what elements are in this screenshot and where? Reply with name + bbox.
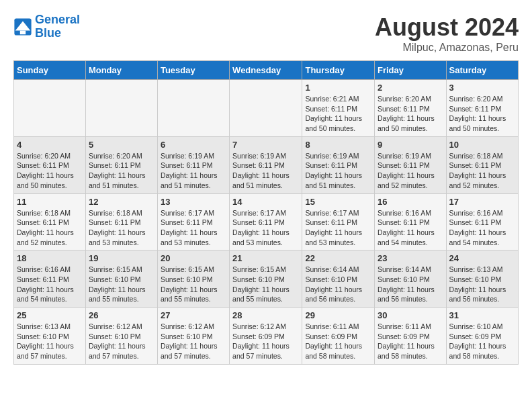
- day-info: Sunrise: 6:16 AM Sunset: 6:11 PM Dayligh…: [449, 208, 515, 248]
- day-number: 20: [161, 253, 226, 263]
- day-info: Sunrise: 6:12 AM Sunset: 6:10 PM Dayligh…: [161, 322, 226, 361]
- day-header-sunday: Sunday: [14, 61, 86, 80]
- calendar-cell: 24Sunrise: 6:13 AM Sunset: 6:10 PM Dayli…: [446, 250, 518, 308]
- day-number: 7: [232, 140, 299, 150]
- day-info: Sunrise: 6:14 AM Sunset: 6:10 PM Dayligh…: [378, 265, 443, 304]
- calendar-header-row: SundayMondayTuesdayWednesdayThursdayFrid…: [14, 61, 519, 80]
- calendar-cell: 1Sunrise: 6:21 AM Sunset: 6:11 PM Daylig…: [302, 80, 375, 137]
- calendar-cell: 18Sunrise: 6:16 AM Sunset: 6:11 PM Dayli…: [14, 250, 86, 308]
- calendar-cell: 7Sunrise: 6:19 AM Sunset: 6:11 PM Daylig…: [230, 136, 302, 193]
- day-number: 19: [89, 253, 154, 263]
- day-header-friday: Friday: [375, 61, 447, 80]
- calendar-cell: 5Sunrise: 6:20 AM Sunset: 6:11 PM Daylig…: [85, 136, 157, 193]
- day-number: 12: [89, 197, 154, 207]
- day-number: 15: [305, 197, 371, 207]
- calendar-cell: 23Sunrise: 6:14 AM Sunset: 6:10 PM Dayli…: [375, 250, 447, 308]
- calendar-cell: 10Sunrise: 6:18 AM Sunset: 6:11 PM Dayli…: [446, 136, 518, 193]
- week-row-2: 4Sunrise: 6:20 AM Sunset: 6:11 PM Daylig…: [14, 136, 519, 193]
- day-info: Sunrise: 6:11 AM Sunset: 6:09 PM Dayligh…: [378, 322, 443, 361]
- day-number: 26: [89, 310, 154, 320]
- day-info: Sunrise: 6:20 AM Sunset: 6:11 PM Dayligh…: [17, 151, 83, 191]
- day-number: 10: [449, 140, 515, 150]
- calendar-cell: 19Sunrise: 6:15 AM Sunset: 6:10 PM Dayli…: [85, 250, 157, 308]
- calendar-cell: 4Sunrise: 6:20 AM Sunset: 6:11 PM Daylig…: [14, 136, 86, 193]
- day-number: 28: [232, 310, 299, 320]
- day-info: Sunrise: 6:16 AM Sunset: 6:11 PM Dayligh…: [378, 208, 443, 248]
- calendar-cell: 20Sunrise: 6:15 AM Sunset: 6:10 PM Dayli…: [157, 250, 229, 308]
- day-number: 21: [232, 253, 299, 263]
- calendar-cell: [157, 80, 229, 137]
- day-info: Sunrise: 6:21 AM Sunset: 6:11 PM Dayligh…: [305, 94, 371, 134]
- calendar-cell: 28Sunrise: 6:12 AM Sunset: 6:09 PM Dayli…: [230, 308, 302, 365]
- calendar-table: SundayMondayTuesdayWednesdayThursdayFrid…: [13, 60, 519, 365]
- calendar-cell: 16Sunrise: 6:16 AM Sunset: 6:11 PM Dayli…: [375, 193, 447, 250]
- calendar-cell: 14Sunrise: 6:17 AM Sunset: 6:11 PM Dayli…: [230, 193, 302, 250]
- day-number: 4: [17, 140, 83, 150]
- calendar-cell: 22Sunrise: 6:14 AM Sunset: 6:10 PM Dayli…: [302, 250, 375, 308]
- day-info: Sunrise: 6:13 AM Sunset: 6:10 PM Dayligh…: [449, 265, 515, 304]
- day-info: Sunrise: 6:12 AM Sunset: 6:09 PM Dayligh…: [232, 322, 299, 361]
- day-info: Sunrise: 6:15 AM Sunset: 6:10 PM Dayligh…: [89, 265, 154, 304]
- day-number: 3: [449, 83, 515, 93]
- week-row-4: 18Sunrise: 6:16 AM Sunset: 6:11 PM Dayli…: [14, 250, 519, 308]
- calendar-cell: [85, 80, 157, 137]
- day-number: 25: [17, 310, 83, 320]
- day-number: 16: [378, 197, 443, 207]
- day-number: 8: [305, 140, 371, 150]
- day-info: Sunrise: 6:12 AM Sunset: 6:10 PM Dayligh…: [89, 322, 154, 361]
- day-info: Sunrise: 6:15 AM Sunset: 6:10 PM Dayligh…: [232, 265, 299, 304]
- calendar-cell: 12Sunrise: 6:18 AM Sunset: 6:11 PM Dayli…: [85, 193, 157, 250]
- calendar-cell: 6Sunrise: 6:19 AM Sunset: 6:11 PM Daylig…: [157, 136, 229, 193]
- day-number: 13: [161, 197, 226, 207]
- calendar-cell: 31Sunrise: 6:10 AM Sunset: 6:09 PM Dayli…: [446, 308, 518, 365]
- day-info: Sunrise: 6:14 AM Sunset: 6:10 PM Dayligh…: [305, 265, 371, 304]
- day-info: Sunrise: 6:16 AM Sunset: 6:11 PM Dayligh…: [17, 265, 83, 304]
- day-number: 23: [378, 253, 443, 263]
- day-header-wednesday: Wednesday: [230, 61, 302, 80]
- day-header-monday: Monday: [85, 61, 157, 80]
- calendar-cell: 8Sunrise: 6:19 AM Sunset: 6:11 PM Daylig…: [302, 136, 375, 193]
- calendar-cell: 17Sunrise: 6:16 AM Sunset: 6:11 PM Dayli…: [446, 193, 518, 250]
- logo-text: General Blue: [35, 13, 80, 40]
- day-number: 31: [449, 310, 515, 320]
- day-info: Sunrise: 6:19 AM Sunset: 6:11 PM Dayligh…: [305, 151, 371, 191]
- day-number: 1: [305, 83, 371, 93]
- day-number: 11: [17, 197, 83, 207]
- page-subtitle: Milpuc, Amazonas, Peru: [375, 42, 519, 54]
- logo-line1: General: [35, 13, 80, 26]
- title-block: August 2024 Milpuc, Amazonas, Peru: [375, 13, 519, 54]
- calendar-cell: 30Sunrise: 6:11 AM Sunset: 6:09 PM Dayli…: [375, 308, 447, 365]
- day-info: Sunrise: 6:15 AM Sunset: 6:10 PM Dayligh…: [161, 265, 226, 304]
- day-number: 17: [449, 197, 515, 207]
- logo: General Blue: [13, 13, 80, 40]
- logo-icon: [13, 17, 32, 36]
- day-info: Sunrise: 6:19 AM Sunset: 6:11 PM Dayligh…: [378, 151, 443, 191]
- calendar-cell: 25Sunrise: 6:13 AM Sunset: 6:10 PM Dayli…: [14, 308, 86, 365]
- day-number: 5: [89, 140, 154, 150]
- day-info: Sunrise: 6:18 AM Sunset: 6:11 PM Dayligh…: [89, 208, 154, 248]
- calendar-cell: 21Sunrise: 6:15 AM Sunset: 6:10 PM Dayli…: [230, 250, 302, 308]
- week-row-1: 1Sunrise: 6:21 AM Sunset: 6:11 PM Daylig…: [14, 80, 519, 137]
- svg-rect-2: [20, 30, 26, 34]
- day-info: Sunrise: 6:20 AM Sunset: 6:11 PM Dayligh…: [89, 151, 154, 191]
- day-info: Sunrise: 6:17 AM Sunset: 6:11 PM Dayligh…: [232, 208, 299, 248]
- day-info: Sunrise: 6:11 AM Sunset: 6:09 PM Dayligh…: [305, 322, 371, 361]
- day-info: Sunrise: 6:19 AM Sunset: 6:11 PM Dayligh…: [232, 151, 299, 191]
- calendar-body: 1Sunrise: 6:21 AM Sunset: 6:11 PM Daylig…: [14, 80, 519, 365]
- day-info: Sunrise: 6:13 AM Sunset: 6:10 PM Dayligh…: [17, 322, 83, 361]
- day-number: 29: [305, 310, 371, 320]
- day-info: Sunrise: 6:20 AM Sunset: 6:11 PM Dayligh…: [378, 94, 443, 134]
- day-info: Sunrise: 6:19 AM Sunset: 6:11 PM Dayligh…: [161, 151, 226, 191]
- day-info: Sunrise: 6:18 AM Sunset: 6:11 PM Dayligh…: [17, 208, 83, 248]
- day-number: 14: [232, 197, 299, 207]
- calendar-cell: 11Sunrise: 6:18 AM Sunset: 6:11 PM Dayli…: [14, 193, 86, 250]
- day-number: 22: [305, 253, 371, 263]
- day-info: Sunrise: 6:20 AM Sunset: 6:11 PM Dayligh…: [449, 94, 515, 134]
- day-header-thursday: Thursday: [302, 61, 375, 80]
- calendar-cell: 15Sunrise: 6:17 AM Sunset: 6:11 PM Dayli…: [302, 193, 375, 250]
- calendar-cell: 26Sunrise: 6:12 AM Sunset: 6:10 PM Dayli…: [85, 308, 157, 365]
- day-number: 2: [378, 83, 443, 93]
- calendar-cell: 2Sunrise: 6:20 AM Sunset: 6:11 PM Daylig…: [375, 80, 447, 137]
- day-number: 30: [378, 310, 443, 320]
- day-header-tuesday: Tuesday: [157, 61, 229, 80]
